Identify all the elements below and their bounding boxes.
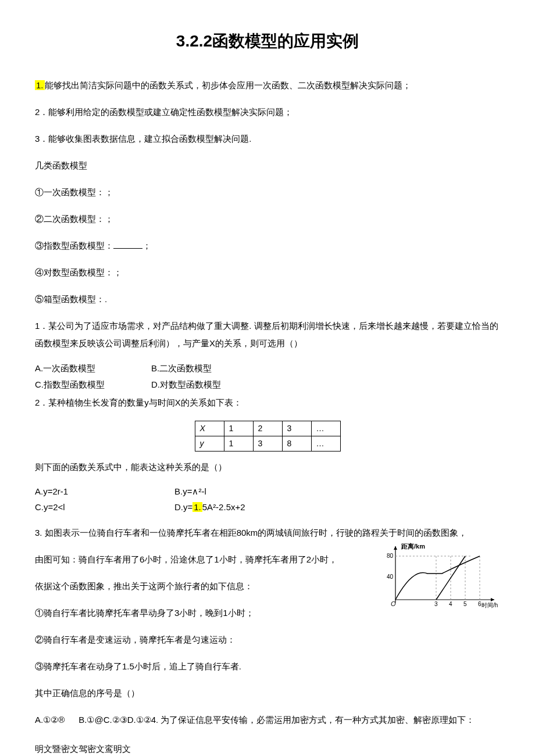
q2-option-a[interactable]: A.y=2r-1 <box>35 485 174 499</box>
x4: 4 <box>449 601 452 607</box>
q3-line-c: 依据这个函数图象，推出关于这两个旅行者的如下信息： <box>35 578 349 595</box>
th-y: y <box>195 436 224 452</box>
svg-marker-3 <box>394 546 397 550</box>
q3-line-d: ①骑自行车者比骑摩托车者早动身了3小时，晚到1小时； <box>35 604 349 622</box>
distance-time-graph: 距离/km 时间/h 80 40 O 3 4 5 6 <box>384 542 500 611</box>
highlight-1: 1. <box>35 80 45 90</box>
model-3-tail: ； <box>142 241 151 250</box>
x3: 3 <box>434 601 438 607</box>
highlight-2: 1. <box>192 502 202 512</box>
x6: 6 <box>478 601 482 607</box>
td: 1 <box>224 421 253 436</box>
models-heading: 几类函数模型 <box>35 157 500 174</box>
xlabel: 时间/h <box>482 602 498 608</box>
q2-options-row1: A.y=2r-1 B.y=∧²-l <box>35 485 500 499</box>
question-1: 1．某公司为了适应市场需求，对产品结构做了重大调整. 调整后初期利润增长快速，后… <box>35 317 500 352</box>
y80: 80 <box>387 553 394 559</box>
td: 2 <box>253 421 282 436</box>
q2-options-row2: C.y=2<l D.y=1.5A²-2.5x+2 <box>35 501 500 514</box>
td: 3 <box>282 421 311 436</box>
td: 1 <box>224 436 253 452</box>
q3-option-a[interactable]: A.①②® <box>35 711 65 729</box>
q3-line-g: 其中正确信息的序号是（） <box>35 685 500 702</box>
svg-marker-1 <box>491 598 494 601</box>
q2-option-b[interactable]: B.y=∧²-l <box>174 485 314 499</box>
q2d-post: 5A²-2.5x+2 <box>202 502 245 512</box>
q1-option-d[interactable]: D.对数型函数模型 <box>151 378 268 392</box>
question-2: 2．某种植物生长发育的数量y与时间X的关系如下表： <box>35 394 500 411</box>
x5: 5 <box>463 601 467 607</box>
origin: O <box>391 600 396 607</box>
q2d-pre: D.y= <box>174 502 192 512</box>
model-5: ⑤箱型函数模型：. <box>35 291 500 308</box>
td: 8 <box>282 436 311 452</box>
q1-option-c[interactable]: C.指数型函数模型 <box>35 378 151 392</box>
q2-option-c[interactable]: C.y=2<l <box>35 501 174 514</box>
data-table: X 1 2 3 … y 1 3 8 … <box>195 421 341 452</box>
td: … <box>311 421 340 436</box>
q1-options-row1: A.一次函数模型 B.二次函数模型 <box>35 361 500 375</box>
goal-1-text: 能够找出简洁实际问题中的函数关系式，初步体会应用一次函数、二次函数模型解决实际问… <box>45 80 411 90</box>
question-3-wrap: 3. 如图表示一位骑自行车者和一位骑摩托车者在相距80km的两城镇间旅行时，行驶… <box>35 524 500 622</box>
q3-line-e: ②骑自行车者是变速运动，骑摩托车者是匀速运动： <box>35 631 500 648</box>
q1-options-row2: C.指数型函数模型 D.对数型函数模型 <box>35 378 500 392</box>
model-3: ③指数型函数模型：； <box>35 237 500 255</box>
goal-1: 1.能够找出简洁实际问题中的函数关系式，初步体会应用一次函数、二次函数模型解决实… <box>35 77 500 94</box>
th-x: X <box>195 421 224 436</box>
blank-input[interactable] <box>113 240 142 249</box>
model-1: ①一次函数模型：； <box>35 184 500 201</box>
q4-line-a: 明文暨密文驾密文鸾明文 <box>35 740 500 756</box>
goal-2: 2．能够利用给定的函数模型或建立确定性函数模型解决实际问题； <box>35 103 500 121</box>
q3-options-rest: B.①@C.②③D.①②4. 为了保证信息平安传输，必需运用加密方式，有一种方式… <box>79 711 475 729</box>
ylabel: 距离/km <box>401 543 425 550</box>
table-row: y 1 3 8 … <box>195 436 340 452</box>
page-title: 3.2.2函数模型的应用实例 <box>35 29 500 53</box>
question-2b: 则下面的函数关系式中，能表达这种关系的是（） <box>35 458 500 476</box>
q1-option-a[interactable]: A.一次函数模型 <box>35 361 151 375</box>
q3-line-b: 由图可知：骑自行车者用了6小时，沿途休息了1小时，骑摩托车者用了2小时， <box>35 551 349 568</box>
q2-option-d[interactable]: D.y=1.5A²-2.5x+2 <box>174 501 314 514</box>
goal-3: 3．能够收集图表数据信息，建立拟合函数模型解决问题. <box>35 130 500 148</box>
table-row: X 1 2 3 … <box>195 421 340 436</box>
q3-options: A.①②® B.①@C.②③D.①②4. 为了保证信息平安传输，必需运用加密方式… <box>35 711 500 729</box>
td: … <box>311 436 340 452</box>
q1-option-b[interactable]: B.二次函数模型 <box>151 361 268 375</box>
model-3-text: ③指数型函数模型： <box>35 241 113 250</box>
question-3: 3. 如图表示一位骑自行车者和一位骑摩托车者在相距80km的两城镇间旅行时，行驶… <box>35 524 500 542</box>
svg-line-9 <box>436 556 465 600</box>
y40: 40 <box>387 574 394 580</box>
model-2: ②二次函数模型：； <box>35 210 500 228</box>
model-4: ④对数型函数模型：； <box>35 264 500 281</box>
td: 3 <box>253 436 282 452</box>
q3-line-f: ③骑摩托车者在动身了1.5小时后，追上了骑自行车者. <box>35 658 500 675</box>
